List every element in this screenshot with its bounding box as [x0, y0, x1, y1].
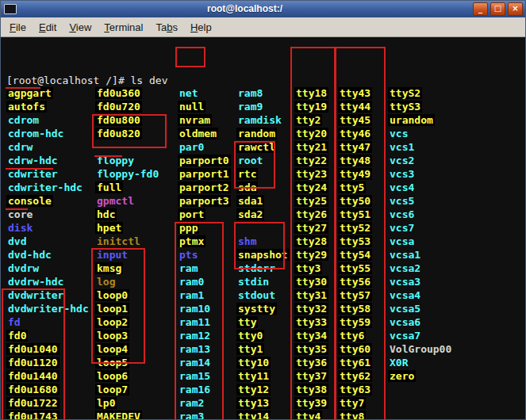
menu-item-tabs[interactable]: Tabs	[149, 19, 183, 36]
terminal-screen[interactable]: [root@localhost /]# ls dev agpgartautofs…	[0, 37, 526, 420]
device-entry: vcs2	[388, 155, 416, 166]
device-entry: ram10	[178, 303, 212, 315]
device-entry: sda2	[236, 208, 264, 220]
menu-item-help[interactable]: Help	[184, 19, 218, 36]
device-entry: tty30	[294, 276, 328, 288]
device-entry: tty36	[294, 357, 328, 368]
device-entry: cdrom	[6, 114, 40, 126]
device-entry: cdrom-hdc	[6, 128, 65, 139]
device-entry: core	[6, 208, 34, 220]
device-entry: tty32	[294, 303, 328, 315]
device-entry: ram14	[178, 357, 212, 368]
device-entry: ram11	[178, 316, 212, 328]
device-entry: tty38	[294, 384, 328, 395]
device-entry: disk	[6, 222, 34, 234]
device-entry: tty47	[338, 141, 372, 153]
device-entry: loop0	[95, 289, 129, 301]
device-entry: fd	[6, 316, 22, 328]
menu-item-terminal[interactable]: Terminal	[98, 19, 149, 36]
device-entry: vcs5	[388, 195, 416, 207]
device-entry: input	[95, 249, 129, 261]
device-entry: tty44	[338, 101, 372, 113]
device-entry: sda	[236, 181, 258, 193]
window-title: root@localhost:/	[17, 3, 473, 14]
device-entry: tty54	[338, 249, 372, 261]
device-entry: console	[6, 195, 53, 207]
device-entry: ram2	[178, 397, 205, 409]
device-entry: tty50	[338, 195, 372, 207]
device-entry: dvdwriter-hdc	[6, 303, 90, 315]
device-entry: tty57	[338, 289, 372, 301]
device-entry: tty45	[338, 114, 372, 126]
device-entry: systty	[236, 303, 277, 315]
device-entry: fd0u1440	[6, 370, 60, 382]
device-entry: tty22	[294, 155, 328, 166]
menu-item-edit[interactable]: Edit	[33, 19, 63, 36]
device-entry: tty46	[338, 128, 372, 139]
device-entry: ram13	[178, 343, 212, 355]
device-entry: vcsa2	[388, 262, 422, 274]
device-entry: tty5	[338, 181, 366, 193]
listing-column: netnullnvramoldmempar0parport0parport1pa…	[178, 86, 231, 420]
device-entry: tty31	[294, 289, 328, 301]
menu-item-file[interactable]: File	[3, 19, 33, 36]
device-entry: vcsa	[388, 235, 416, 247]
maximize-button[interactable]: □	[490, 2, 505, 16]
device-entry: tty13	[236, 397, 271, 409]
device-entry: cdwriter-hdc	[6, 181, 84, 193]
device-entry: tty35	[294, 343, 328, 355]
device-entry: tty20	[294, 128, 328, 139]
device-entry: tty43	[338, 87, 372, 99]
device-entry: tty4	[294, 410, 322, 420]
device-entry: hdc	[95, 208, 117, 220]
device-entry: fd0u720	[95, 101, 142, 113]
device-entry: cdwriter	[6, 168, 60, 180]
device-entry: parport1	[178, 168, 231, 180]
device-entry: snapshot	[236, 249, 290, 261]
device-entry: tty21	[294, 141, 328, 153]
device-entry: lp0	[95, 397, 117, 409]
device-entry: random	[236, 128, 277, 139]
menu-item-view[interactable]: View	[63, 19, 98, 36]
device-entry: cdrw-hdc	[6, 155, 60, 166]
device-entry: fd0u1743	[6, 410, 60, 420]
device-entry: floppy-fd0	[95, 168, 160, 180]
device-entry: tty53	[338, 235, 372, 247]
device-entry: tty37	[294, 370, 328, 382]
device-entry: loop6	[95, 370, 129, 382]
device-entry: dvdrw-hdc	[6, 276, 65, 288]
device-entry: dvdrw	[6, 262, 40, 274]
device-entry: gpmctl	[95, 195, 136, 207]
device-entry: vcs6	[388, 208, 416, 220]
device-entry: ttyS3	[388, 101, 422, 113]
device-entry: ttyS2	[388, 87, 422, 99]
title-bar[interactable]: root@localhost:/ _□×	[0, 0, 526, 17]
device-entry: tty1	[236, 343, 264, 355]
device-entry: null	[178, 101, 205, 113]
device-entry: tty14	[236, 410, 271, 420]
device-entry: vcsa7	[388, 330, 422, 342]
device-entry: stdin	[236, 276, 271, 288]
device-entry: dvd	[6, 235, 28, 247]
device-entry: ptmx	[178, 235, 205, 247]
device-entry: X0R	[388, 357, 409, 368]
minimize-button[interactable]: _	[473, 2, 488, 16]
device-entry: tty56	[338, 276, 372, 288]
window-controls: _□×	[473, 2, 523, 16]
device-entry: parport2	[178, 181, 231, 193]
device-entry: loop1	[95, 303, 129, 315]
device-entry: tty49	[338, 168, 372, 180]
close-button[interactable]: ×	[508, 2, 523, 16]
device-entry: ramdisk	[236, 114, 283, 126]
device-entry: tty52	[338, 222, 372, 234]
listing-column: tty43tty44tty45tty46tty47tty48tty49tty5t…	[338, 86, 372, 420]
device-entry: vcsa4	[388, 289, 422, 301]
listing-column: ram8ram9ramdiskrandomrawctlrootrtcsdasda…	[236, 86, 290, 420]
device-entry: log	[95, 276, 117, 288]
terminal-window-icon	[4, 4, 17, 14]
device-entry: dvd-hdc	[6, 249, 53, 261]
device-entry: tty12	[236, 384, 271, 395]
device-entry: loop2	[95, 316, 129, 328]
device-entry: fd0u1120	[6, 357, 60, 368]
device-entry: vcs3	[388, 168, 416, 180]
